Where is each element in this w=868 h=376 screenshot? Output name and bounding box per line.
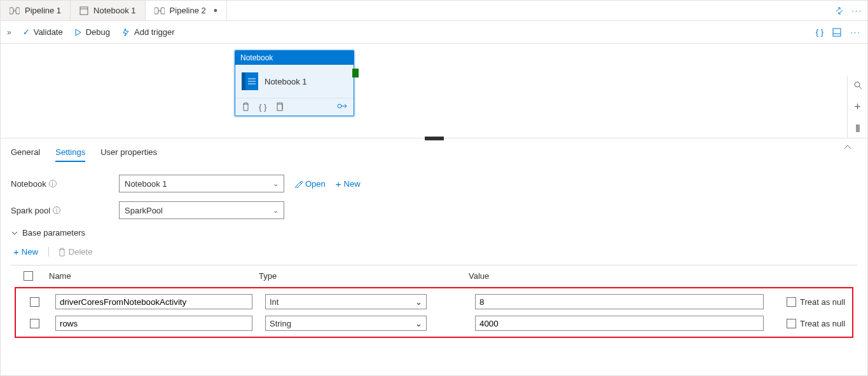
svg-point-14 — [338, 104, 341, 108]
null-checkbox[interactable] — [787, 319, 796, 328]
param-type-select[interactable]: Int⌄ — [265, 294, 427, 309]
svg-line-16 — [859, 86, 862, 89]
detail-icon[interactable] — [832, 28, 841, 37]
collapse-panel-icon[interactable] — [843, 144, 857, 162]
success-handle[interactable] — [352, 69, 359, 77]
search-icon[interactable] — [848, 76, 867, 95]
drag-icon[interactable] — [848, 119, 867, 138]
notebook-activity[interactable]: Notebook Notebook 1 { } — [235, 50, 354, 116]
table-row: String⌄ Treat as null — [17, 312, 851, 334]
base-parameters-section[interactable]: Base parameters — [11, 228, 857, 238]
pipeline-icon — [10, 6, 20, 15]
plus-icon[interactable]: + — [848, 97, 867, 116]
play-icon — [74, 29, 82, 36]
pipeline-toolbar: » ✓ Validate Debug Add trigger { } ··· — [1, 21, 867, 44]
plus-icon: + — [336, 178, 341, 189]
select-all-checkbox[interactable] — [24, 271, 33, 281]
svg-rect-13 — [277, 104, 282, 111]
check-icon: ✓ — [23, 27, 30, 37]
tab-label: Pipeline 2 — [170, 6, 206, 15]
document-tabs: Pipeline 1 Notebook 1 Pipeline 2 • ··· — [1, 1, 867, 21]
notebook-activity-icon — [242, 72, 258, 90]
col-type: Type — [259, 271, 469, 281]
spark-pool-select[interactable]: SparkPool ⌄ — [119, 201, 284, 219]
highlighted-params: Int⌄ Treat as null String⌄ Treat as null — [15, 287, 853, 338]
collapse-chevron-icon[interactable]: » — [7, 28, 11, 37]
braces-icon[interactable]: { } — [259, 102, 266, 112]
tab-pipeline-1[interactable]: Pipeline 1 — [1, 1, 71, 20]
chevron-down-icon: ⌄ — [415, 297, 422, 307]
tab-label: Pipeline 1 — [25, 6, 61, 15]
svg-rect-8 — [833, 29, 841, 36]
null-checkbox[interactable] — [787, 297, 796, 307]
chevron-down-icon — [11, 230, 18, 236]
more-icon[interactable]: ··· — [850, 27, 861, 37]
tab-settings[interactable]: Settings — [55, 144, 85, 162]
trigger-icon — [121, 28, 130, 37]
code-icon[interactable]: { } — [816, 27, 823, 37]
expand-icon[interactable] — [835, 6, 844, 15]
open-link[interactable]: Open — [294, 179, 326, 189]
pipeline-icon — [155, 6, 165, 15]
tab-notebook-1[interactable]: Notebook 1 — [71, 1, 146, 20]
svg-rect-17 — [856, 124, 860, 132]
activity-type: Notebook — [235, 51, 354, 65]
tab-general[interactable]: General — [11, 144, 40, 162]
new-parameter-button[interactable]: + New — [13, 246, 38, 257]
param-value-input[interactable] — [475, 294, 764, 309]
svg-rect-6 — [161, 8, 165, 14]
svg-rect-3 — [80, 7, 88, 15]
null-label: Treat as null — [800, 297, 845, 307]
pipeline-canvas[interactable]: Notebook Notebook 1 { } — [1, 44, 867, 138]
tab-user-properties[interactable]: User properties — [100, 144, 157, 162]
col-value: Value — [469, 271, 768, 281]
delete-icon[interactable] — [242, 102, 250, 112]
table-row: Int⌄ Treat as null — [17, 291, 851, 312]
null-label: Treat as null — [800, 319, 845, 328]
notebook-label: Notebook — [11, 179, 46, 189]
properties-panel-tabs: General Settings User properties — [1, 138, 867, 162]
plus-icon: + — [13, 246, 19, 257]
chevron-down-icon: ⌄ — [415, 319, 422, 328]
notebook-select[interactable]: Notebook 1 ⌄ — [119, 175, 284, 192]
tab-label: Notebook 1 — [93, 6, 136, 15]
svg-point-15 — [855, 82, 860, 87]
debug-button[interactable]: Debug — [74, 27, 110, 37]
svg-rect-5 — [155, 8, 158, 14]
more-icon[interactable]: ··· — [851, 6, 862, 15]
arrow-out-icon[interactable] — [337, 102, 347, 112]
row-checkbox[interactable] — [30, 319, 39, 328]
pencil-icon — [294, 180, 303, 188]
chevron-down-icon: ⌄ — [273, 180, 279, 188]
activity-title: Notebook 1 — [265, 77, 307, 86]
chevron-down-icon: ⌄ — [273, 206, 279, 215]
info-icon[interactable]: i — [49, 180, 57, 187]
tabs-right-actions: ··· — [830, 1, 867, 20]
info-icon[interactable]: i — [53, 206, 60, 214]
copy-icon[interactable] — [275, 102, 284, 112]
col-name: Name — [49, 271, 259, 281]
param-name-input[interactable] — [55, 316, 252, 331]
validate-button[interactable]: ✓ Validate — [23, 27, 63, 37]
trash-icon — [58, 248, 66, 257]
svg-rect-0 — [10, 8, 13, 14]
param-type-select[interactable]: String⌄ — [265, 316, 427, 331]
parameters-table: Name Type Value Int⌄ Treat as null Strin… — [11, 265, 857, 338]
delete-parameter-button[interactable]: Delete — [48, 247, 93, 257]
notebook-icon — [79, 6, 88, 15]
param-name-input[interactable] — [55, 294, 252, 309]
add-trigger-button[interactable]: Add trigger — [121, 27, 175, 37]
spark-pool-label: Spark pool — [11, 206, 50, 215]
svg-rect-1 — [16, 8, 20, 14]
new-link[interactable]: + New — [336, 178, 361, 189]
row-checkbox[interactable] — [30, 297, 39, 307]
panel-resize-handle[interactable] — [425, 137, 444, 140]
tab-pipeline-2[interactable]: Pipeline 2 • — [146, 1, 227, 20]
param-value-input[interactable] — [475, 316, 764, 331]
settings-form: Notebook i Notebook 1 ⌄ Open + New Spark… — [1, 162, 867, 351]
